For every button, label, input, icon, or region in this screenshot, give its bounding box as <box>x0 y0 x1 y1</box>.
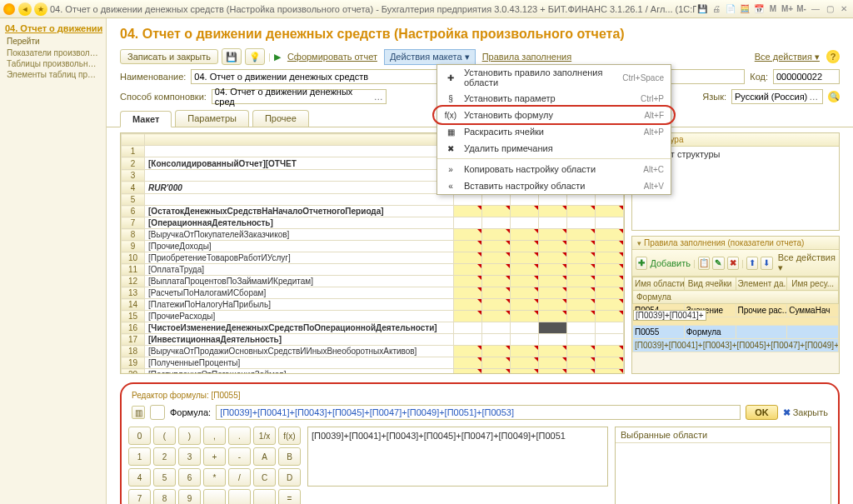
dropdown-item[interactable]: f(x)Установить формулуAlt+F <box>437 107 671 123</box>
keypad-key[interactable]: 2 <box>153 447 176 466</box>
sheet-row[interactable]: 15[ПрочиеРасходы] <box>122 311 624 322</box>
keypad-key[interactable]: / <box>228 468 251 487</box>
left-nav-item[interactable]: Таблицы произвольных о... <box>3 58 102 69</box>
all-actions-button[interactable]: Все действия ▾ <box>751 50 823 64</box>
sheet-row[interactable]: 5 <box>122 194 624 206</box>
keypad-key[interactable]: A <box>253 447 276 466</box>
keypad-key[interactable]: - <box>228 447 251 466</box>
help-icon[interactable]: ? <box>826 50 840 63</box>
sheet-row[interactable]: 11[ОплатаТруда] <box>122 264 624 276</box>
ok-button[interactable]: OK <box>746 405 778 420</box>
dropdown-item[interactable]: §Установить параметрCtrl+P <box>437 90 671 107</box>
editor-tool-icon[interactable]: ▥ <box>132 406 145 419</box>
keypad-key[interactable]: + <box>203 447 226 466</box>
sheet-row[interactable]: 20[ПоступленияОтПогашенияЗаймов] <box>122 369 624 375</box>
keypad-key[interactable]: 1 <box>128 447 151 466</box>
keypad-key[interactable]: 6 <box>178 468 201 487</box>
dropdown-item[interactable]: ✖Удалить примечания <box>437 140 671 157</box>
left-nav-title[interactable]: 04. Отчет о движении... <box>3 22 102 35</box>
minimize-icon[interactable]: — <box>810 3 821 15</box>
keypad-key[interactable]: 5 <box>153 468 176 487</box>
editor-check[interactable] <box>150 405 165 420</box>
keypad-key[interactable]: * <box>203 468 226 487</box>
keypad-key[interactable]: 7 <box>128 489 151 504</box>
add-rule-button[interactable]: ✚ <box>636 257 647 270</box>
calendar-icon[interactable]: 📅 <box>753 3 765 15</box>
formula-input[interactable] <box>216 405 741 420</box>
dropdown-item[interactable]: ▦Раскрасить ячейкиAlt+P <box>437 123 671 140</box>
sheet-row[interactable]: 16[ЧистоеИзменениеДенежныхСредствПоОпера… <box>122 322 624 334</box>
keypad-key[interactable] <box>253 489 276 504</box>
rules-all-actions[interactable]: Все действия ▾ <box>778 252 836 273</box>
keypad-key[interactable]: f(x) <box>278 427 301 445</box>
dropdown-item[interactable]: »Копировать настройку областиAlt+C <box>437 161 671 177</box>
add-rule-label[interactable]: Добавить <box>650 258 691 268</box>
rules-col-cell[interactable]: Вид ячейки <box>684 277 736 291</box>
lang-search-icon[interactable]: 🔍 <box>828 91 840 102</box>
m-minus-button[interactable]: M- <box>796 3 807 15</box>
sheet-row[interactable]: 18[ВыручкаОтПродажиОсновныхСредствИИныхВ… <box>122 346 624 357</box>
delete-rule-button[interactable]: ✖ <box>727 257 739 270</box>
print-icon[interactable]: 🖨 <box>711 3 722 15</box>
close-icon[interactable]: ✕ <box>838 3 850 15</box>
rules-col-area[interactable]: Имя области <box>633 277 685 291</box>
sheet-row[interactable]: 13[РасчетыПоНалогамИСборам] <box>122 287 624 299</box>
sheet-row[interactable]: 14[ПлатежиПоНалогуНаПрибыль] <box>122 299 624 311</box>
left-nav-item[interactable]: Показатели произвольны... <box>3 47 102 58</box>
save-close-button[interactable]: Записать и закрыть <box>120 49 218 64</box>
rules-col-formula[interactable]: Формула <box>633 291 839 304</box>
keypad-key[interactable] <box>203 489 226 504</box>
save-button[interactable]: 💾 <box>222 48 242 65</box>
rules-col-elem[interactable]: Элемент да... <box>736 277 787 291</box>
lightbulb-button[interactable]: 💡 <box>245 48 265 65</box>
tab-other[interactable]: Прочее <box>252 110 309 127</box>
sheet-row[interactable]: 8[ВыручкаОтПокупателейЗаказчиков] <box>122 229 624 241</box>
m-plus-button[interactable]: M+ <box>781 3 793 15</box>
copy-rule-button[interactable]: 📋 <box>698 257 710 270</box>
close-button[interactable]: ✖Закрыть <box>783 407 828 418</box>
keypad-key[interactable] <box>228 489 251 504</box>
sheet-row[interactable]: 6[ОстатокДенежныхСредствНаНачалоОтчетног… <box>122 206 624 217</box>
move-up-button[interactable]: ⬆ <box>746 257 758 270</box>
rules-col-res[interactable]: Имя ресу... <box>787 277 839 291</box>
layout-select[interactable]: 04. Отчет о движении денежных сред… <box>212 89 387 104</box>
fill-rules-button[interactable]: Правила заполнения <box>479 50 576 63</box>
tab-params[interactable]: Параметры <box>175 110 249 127</box>
maximize-icon[interactable]: ▢ <box>824 3 836 15</box>
sheet-row[interactable]: 9[ПрочиеДоходы] <box>122 241 624 252</box>
keypad-key[interactable]: . <box>228 427 251 445</box>
sheet-row[interactable]: 17[ИнвестиционнаяДеятельность] <box>122 334 624 346</box>
lang-select[interactable]: Русский (Россия)… <box>731 89 823 104</box>
keypad-key[interactable]: 9 <box>178 489 201 504</box>
keypad-key[interactable]: C <box>253 468 276 487</box>
sheet-row[interactable]: 19[ПолученныеПроценты] <box>122 357 624 369</box>
keypad-key[interactable]: 4 <box>128 468 151 487</box>
keypad-key[interactable]: B <box>278 447 301 466</box>
form-report-button[interactable]: Сформировать отчет <box>284 50 381 63</box>
keypad-key[interactable]: 0 <box>128 427 151 445</box>
left-nav-item[interactable]: Элементы таблиц произв... <box>3 69 102 80</box>
save-icon[interactable]: 💾 <box>696 3 708 15</box>
layout-actions-menu[interactable]: Действия макета ▾ <box>384 49 476 65</box>
fav-icon[interactable]: ★ <box>34 2 47 16</box>
dropdown-item[interactable]: «Вставить настройку областиAlt+V <box>437 177 671 194</box>
m-button[interactable]: M <box>767 3 779 15</box>
sheet-row[interactable]: 7[ОперационнаяДеятельность] <box>122 217 624 229</box>
edit-rule-button[interactable]: ✎ <box>712 257 724 270</box>
rules-head[interactable]: Правила заполнения (показатели отчета) <box>632 237 839 250</box>
keypad-key[interactable]: 1/x <box>253 427 276 445</box>
move-down-button[interactable]: ⬇ <box>761 257 772 270</box>
calc-icon[interactable]: 🧮 <box>739 3 751 15</box>
keypad-key[interactable]: , <box>203 427 226 445</box>
keypad-key[interactable]: = <box>278 489 301 504</box>
dropdown-item[interactable]: ✚Установить правило заполнения областиCt… <box>437 65 671 90</box>
back-icon[interactable]: ◄ <box>18 2 32 16</box>
code-input[interactable] <box>773 69 840 84</box>
tab-layout[interactable]: Макет <box>120 111 172 127</box>
keypad-key[interactable]: ( <box>153 427 176 445</box>
keypad-key[interactable]: ) <box>178 427 201 445</box>
doc-icon[interactable]: 📄 <box>725 3 736 15</box>
sheet-row[interactable]: 12[ВыплатаПроцентовПоЗаймамИКредитам] <box>122 276 624 287</box>
sheet-row[interactable]: 10[ПриобретениеТоваровРаботИУслуг] <box>122 252 624 264</box>
keypad-key[interactable]: 8 <box>153 489 176 504</box>
